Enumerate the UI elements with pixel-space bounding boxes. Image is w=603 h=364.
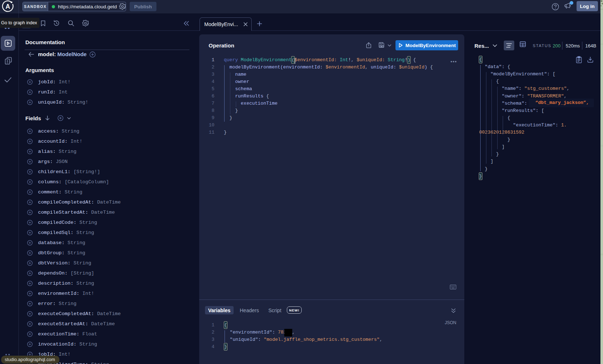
svg-text:A: A [5,3,10,10]
